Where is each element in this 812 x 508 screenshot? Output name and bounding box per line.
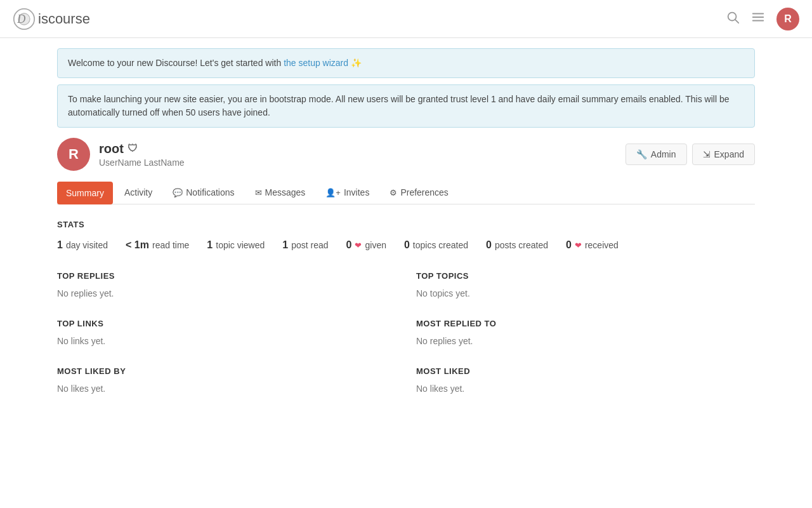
stat-posts-created-desc: posts created [495, 240, 548, 250]
stat-topics-created: 0 topics created [404, 239, 468, 251]
expand-icon: ⇲ [703, 149, 710, 159]
top-topics-title: TOP TOPICS [416, 271, 755, 281]
top-topics-empty: No topics yet. [416, 288, 755, 298]
profile-actions: 🔧 Admin ⇲ Expand [625, 144, 755, 165]
stat-post-read-number: 1 [282, 239, 288, 251]
most-replied-to-title: MOST REPLIED TO [416, 319, 755, 328]
stats-row: 1 day visited < 1m read time 1 topic vie… [57, 239, 755, 251]
profile-details: root 🛡 UserName LastName [99, 142, 185, 168]
tab-messages-label: Messages [265, 187, 306, 197]
stat-day-visited: 1 day visited [57, 239, 108, 251]
most-liked-title: MOST LIKED [416, 366, 755, 376]
stat-day-visited-number: 1 [57, 239, 63, 251]
shield-icon: 🛡 [128, 143, 138, 154]
tab-activity-label: Activity [124, 187, 152, 197]
bootstrap-banner-text: To make launching your new site easier, … [68, 94, 730, 117]
svg-text:D: D [16, 13, 25, 25]
stat-given-number: 0 [346, 239, 352, 251]
logo-icon: D [13, 8, 36, 30]
top-topics-section: TOP TOPICS No topics yet. [416, 271, 755, 298]
wrench-icon: 🔧 [636, 149, 647, 159]
tab-preferences[interactable]: ⚙ Preferences [381, 181, 457, 204]
header-avatar[interactable]: R [776, 8, 799, 30]
stat-topics-created-number: 0 [404, 239, 410, 251]
tab-invites-label: Invites [344, 187, 369, 197]
most-liked-by-empty: No likes yet. [57, 384, 396, 394]
heart-received-icon: ❤ [575, 241, 582, 250]
top-links-empty: No links yet. [57, 336, 396, 346]
profile-info: R root 🛡 UserName LastName [57, 138, 185, 171]
admin-button[interactable]: 🔧 Admin [625, 144, 687, 165]
tab-summary-label: Summary [66, 188, 104, 198]
stat-received-desc: received [585, 240, 619, 250]
profile-username: UserName LastName [99, 157, 185, 168]
messages-icon: ✉ [255, 188, 262, 197]
section-row-2: TOP LINKS No links yet. MOST REPLIED TO … [57, 319, 755, 346]
expand-button-label: Expand [714, 149, 744, 159]
top-replies-section: TOP REPLIES No replies yet. [57, 271, 396, 298]
expand-button[interactable]: ⇲ Expand [692, 144, 755, 165]
heart-given-icon: ❤ [355, 241, 362, 250]
menu-icon[interactable] [751, 10, 765, 27]
tab-preferences-label: Preferences [400, 187, 448, 197]
setup-wizard-link[interactable]: the setup wizard [284, 58, 348, 68]
svg-line-4 [735, 20, 738, 23]
preferences-icon: ⚙ [390, 188, 397, 197]
logo-text: iscourse [38, 11, 90, 27]
stat-read-time: < 1m read time [126, 239, 189, 251]
stat-day-visited-desc: day visited [66, 240, 108, 250]
section-row-1: TOP REPLIES No replies yet. TOP TOPICS N… [57, 271, 755, 298]
profile-name: root [99, 142, 124, 156]
top-links-section: TOP LINKS No links yet. [57, 319, 396, 346]
notifications-icon: 💬 [173, 188, 183, 197]
setup-banner-text-before: Welcome to your new Discourse! Let's get… [68, 58, 284, 68]
stat-posts-created-number: 0 [486, 239, 492, 251]
most-liked-empty: No likes yet. [416, 384, 755, 394]
search-icon[interactable] [726, 10, 740, 27]
tab-invites[interactable]: 👤+ Invites [317, 181, 378, 204]
stats-label: STATS [57, 220, 755, 229]
tab-summary[interactable]: Summary [57, 182, 113, 204]
main-content: Welcome to your new Discourse! Let's get… [44, 38, 768, 424]
header-actions: R [726, 8, 799, 30]
setup-banner-text-after: ✨ [348, 58, 362, 68]
profile-tabs: Summary Activity 💬 Notifications ✉ Messa… [57, 181, 755, 204]
most-liked-by-section: MOST LIKED BY No likes yet. [57, 366, 396, 394]
tab-activity[interactable]: Activity [115, 181, 161, 204]
stat-posts-created: 0 posts created [486, 239, 548, 251]
stat-topic-viewed: 1 topic viewed [207, 239, 265, 251]
stat-received: 0 ❤ received [566, 239, 619, 251]
logo[interactable]: D iscourse [13, 8, 90, 30]
stat-topic-viewed-desc: topic viewed [216, 240, 265, 250]
invites-icon: 👤+ [325, 188, 341, 197]
stat-post-read-desc: post read [291, 240, 328, 250]
tab-messages[interactable]: ✉ Messages [246, 181, 315, 204]
bootstrap-banner: To make launching your new site easier, … [57, 84, 755, 128]
admin-button-label: Admin [651, 149, 676, 159]
most-replied-to-section: MOST REPLIED TO No replies yet. [416, 319, 755, 346]
top-links-title: TOP LINKS [57, 319, 396, 328]
setup-banner: Welcome to your new Discourse! Let's get… [57, 48, 755, 78]
profile-avatar: R [57, 138, 90, 171]
stat-read-time-number: < 1m [126, 239, 149, 251]
tab-notifications-label: Notifications [186, 187, 234, 197]
stat-topics-created-desc: topics created [413, 240, 468, 250]
stat-given: 0 ❤ given [346, 239, 386, 251]
most-liked-by-title: MOST LIKED BY [57, 366, 396, 376]
stat-topic-viewed-number: 1 [207, 239, 213, 251]
most-replied-to-empty: No replies yet. [416, 336, 755, 346]
stat-post-read: 1 post read [282, 239, 328, 251]
tab-notifications[interactable]: 💬 Notifications [164, 181, 243, 204]
stat-given-desc: given [365, 240, 386, 250]
site-header: D iscourse R [0, 0, 812, 38]
profile-header: R root 🛡 UserName LastName 🔧 Admin ⇲ Exp… [57, 138, 755, 171]
stat-read-time-desc: read time [152, 240, 189, 250]
stat-received-number: 0 [566, 239, 572, 251]
top-replies-empty: No replies yet. [57, 288, 396, 298]
section-row-3: MOST LIKED BY No likes yet. MOST LIKED N… [57, 366, 755, 394]
most-liked-section: MOST LIKED No likes yet. [416, 366, 755, 394]
top-replies-title: TOP REPLIES [57, 271, 396, 281]
profile-name-row: root 🛡 [99, 142, 185, 156]
